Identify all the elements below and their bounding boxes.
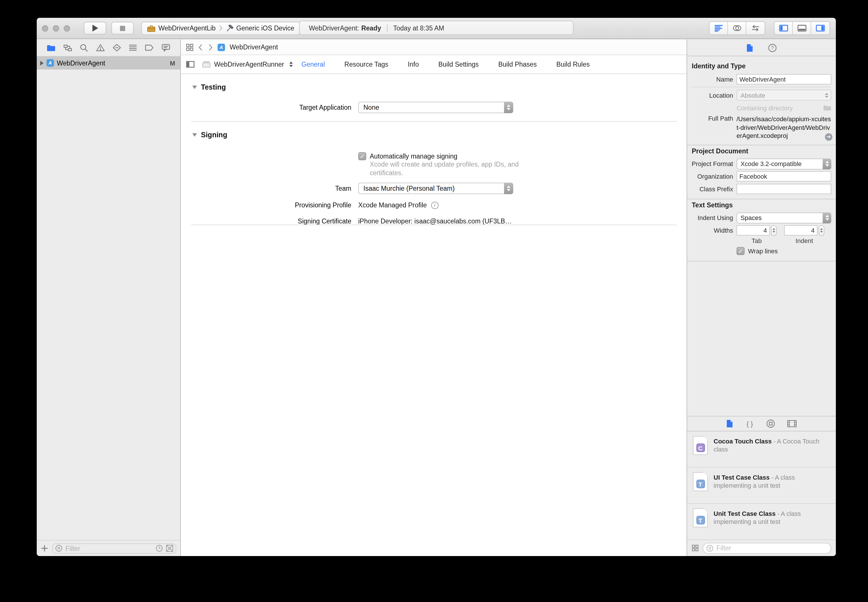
folder-icon bbox=[46, 44, 56, 51]
library-item-ui-test-case-class[interactable]: T UI Test Case Class - A class implement… bbox=[687, 468, 836, 504]
full-path-value: /Users/isaac/code/appium-xcuitest-driver… bbox=[736, 115, 831, 139]
tab-info[interactable]: Info bbox=[408, 61, 419, 68]
section-divider bbox=[191, 121, 677, 122]
inspector-panel: ? Identity and Type Name WebDriverAgent … bbox=[687, 40, 836, 556]
tab-symbol-navigator[interactable] bbox=[63, 44, 72, 51]
back-button[interactable] bbox=[198, 43, 203, 51]
navigator-toggle-button[interactable] bbox=[775, 22, 793, 34]
team-row: Team Isaac Murchie (Personal Team) bbox=[181, 183, 687, 194]
inspector-hairline bbox=[692, 87, 831, 87]
indent-width-field[interactable]: 4 bbox=[784, 225, 817, 235]
stop-button[interactable] bbox=[111, 22, 134, 34]
signing-section-header[interactable]: Signing bbox=[192, 131, 227, 139]
warning-triangle-icon bbox=[96, 44, 105, 52]
identity-header: Identity and Type bbox=[687, 60, 836, 72]
forward-button[interactable] bbox=[208, 43, 213, 51]
indent-using-popup[interactable]: Spaces bbox=[736, 212, 831, 223]
target-application-row: Target Application None bbox=[181, 102, 687, 113]
scheme-selector[interactable]: WebDriverAgentLib Generic iOS Device bbox=[141, 22, 300, 35]
source-control-status-icon[interactable] bbox=[166, 545, 173, 552]
version-editor-button[interactable] bbox=[746, 22, 765, 34]
standard-editor-button[interactable] bbox=[710, 22, 728, 34]
organization-field[interactable]: Facebook bbox=[736, 171, 831, 181]
tab-project-navigator[interactable] bbox=[46, 44, 56, 51]
tab-debug-navigator[interactable] bbox=[129, 44, 137, 51]
tab-build-settings[interactable]: Build Settings bbox=[438, 61, 479, 68]
auto-manage-signing-checkbox[interactable]: ✓ bbox=[358, 152, 366, 160]
quick-help-icon[interactable]: ? bbox=[768, 43, 777, 52]
minimize-window-button[interactable] bbox=[53, 25, 59, 31]
code-snippet-library-icon[interactable]: { } bbox=[745, 419, 754, 428]
navigator-filter-bar: Filter bbox=[37, 540, 180, 556]
file-inspector-icon[interactable] bbox=[746, 43, 753, 52]
status-divider bbox=[387, 24, 387, 32]
window-controls bbox=[42, 25, 70, 31]
jumpbar-file-name[interactable]: WebDriverAgent bbox=[230, 44, 278, 51]
navigator-panel-icon bbox=[779, 25, 788, 32]
tab-width-stepper[interactable] bbox=[771, 225, 777, 236]
target-selector[interactable]: WebDriverAgentRunner bbox=[202, 61, 293, 68]
location-row: Location Absolute bbox=[687, 90, 831, 101]
indent-width-label: Indent bbox=[795, 237, 813, 244]
modified-badge: M bbox=[170, 60, 175, 66]
name-field[interactable]: WebDriverAgent bbox=[736, 74, 831, 84]
info-icon[interactable]: i bbox=[431, 201, 438, 209]
inspector-tab-bar: ? bbox=[687, 40, 836, 56]
tab-breakpoint-navigator[interactable] bbox=[145, 44, 154, 51]
testing-section-header[interactable]: Testing bbox=[192, 83, 226, 91]
location-popup[interactable]: Absolute bbox=[736, 90, 831, 101]
zoom-window-button[interactable] bbox=[64, 25, 70, 31]
project-row[interactable]: A WebDriverAgent M bbox=[37, 56, 180, 69]
file-template-library-icon[interactable] bbox=[726, 419, 733, 428]
related-items-icon[interactable] bbox=[186, 43, 193, 51]
editor-area: A WebDriverAgent WebDriverAgentRunner bbox=[181, 40, 687, 556]
add-button[interactable] bbox=[41, 545, 48, 552]
target-application-popup[interactable]: None bbox=[358, 102, 513, 113]
debug-gauge-icon bbox=[129, 44, 137, 51]
indent-width-stepper[interactable] bbox=[819, 225, 824, 236]
assistant-editor-button[interactable] bbox=[728, 22, 746, 34]
library-filter-field[interactable]: Filter bbox=[703, 542, 831, 553]
tab-width-field[interactable]: 4 bbox=[736, 225, 770, 235]
tab-test-navigator[interactable] bbox=[113, 44, 121, 52]
team-popup[interactable]: Isaac Murchie (Personal Team) bbox=[358, 183, 513, 194]
media-library-icon[interactable] bbox=[787, 420, 797, 427]
close-window-button[interactable] bbox=[42, 25, 48, 31]
disclosure-triangle-icon[interactable] bbox=[40, 61, 44, 65]
file-app-icon: A bbox=[217, 43, 225, 51]
tab-build-phases[interactable]: Build Phases bbox=[498, 61, 537, 68]
library-item-cocoa-touch-class[interactable]: C Cocoa Touch Class - A Cocoa Touch clas… bbox=[687, 432, 836, 468]
tab-issue-navigator[interactable] bbox=[96, 44, 105, 52]
run-button[interactable] bbox=[84, 22, 106, 34]
text-settings-header: Text Settings bbox=[687, 199, 836, 210]
wrap-lines-checkbox[interactable]: ✓ bbox=[736, 247, 745, 255]
provisioning-profile-row: Provisioning Profile Xcode Managed Profi… bbox=[181, 199, 687, 211]
recent-files-clock-icon[interactable] bbox=[156, 545, 163, 552]
navigator-filter-field[interactable]: Filter bbox=[52, 543, 176, 553]
open-path-arrow-icon[interactable]: ➔ bbox=[825, 133, 833, 140]
library-item-unit-test-case-class[interactable]: T Unit Test Case Class - A class impleme… bbox=[687, 504, 836, 540]
editor-mode-group bbox=[709, 21, 765, 35]
targets-sidebar-toggle[interactable] bbox=[186, 61, 194, 68]
tab-width-label: Tab bbox=[752, 237, 762, 244]
tab-build-rules[interactable]: Build Rules bbox=[556, 61, 589, 68]
containing-directory-placeholder: Containing directory bbox=[736, 104, 793, 111]
inspector-body: Identity and Type Name WebDriverAgent Lo… bbox=[687, 56, 836, 261]
choose-folder-icon[interactable] bbox=[823, 105, 831, 111]
filter-icon bbox=[706, 544, 713, 552]
grid-view-icon[interactable] bbox=[692, 545, 699, 551]
class-prefix-field[interactable] bbox=[736, 184, 831, 194]
object-library-icon[interactable] bbox=[766, 419, 775, 428]
section-disclosure-icon[interactable] bbox=[192, 86, 197, 89]
tab-find-navigator[interactable] bbox=[80, 44, 89, 52]
debug-area-toggle-button[interactable] bbox=[793, 22, 811, 34]
library-tab-bar: { } bbox=[687, 416, 836, 432]
tab-resource-tags[interactable]: Resource Tags bbox=[344, 61, 388, 68]
popup-chevrons-icon bbox=[823, 212, 831, 223]
containing-directory-row: Containing directory bbox=[687, 102, 831, 113]
inspector-toggle-button[interactable] bbox=[811, 22, 830, 34]
section-disclosure-icon[interactable] bbox=[192, 133, 197, 137]
tab-general[interactable]: General bbox=[302, 61, 325, 68]
tab-report-navigator[interactable] bbox=[161, 44, 170, 52]
project-format-popup[interactable]: Xcode 3.2-compatible bbox=[736, 158, 831, 169]
